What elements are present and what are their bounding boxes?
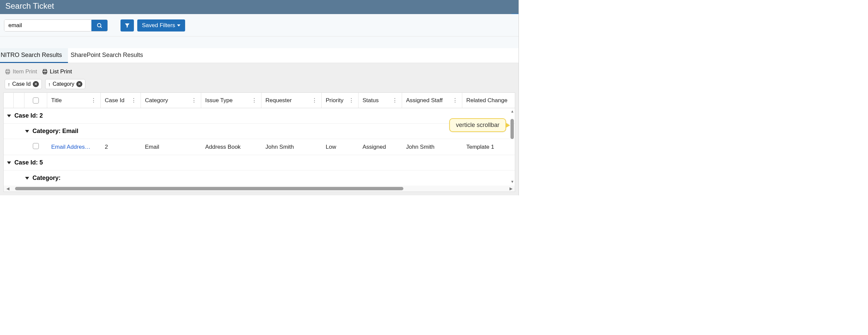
callout-annotation: verticle scrollbar <box>449 118 506 132</box>
col-label: Related Change <box>466 97 507 104</box>
group-row-caseid-5[interactable]: Case Id: 5 <box>4 155 515 170</box>
column-menu-icon[interactable]: ⋮ <box>191 97 197 104</box>
tabs: NITRO Search Results SharePoint Search R… <box>0 48 519 63</box>
saved-filters-label: Saved Filters <box>142 22 175 29</box>
filter-icon <box>124 23 130 28</box>
tab-sharepoint-results[interactable]: SharePoint Search Results <box>68 48 149 63</box>
column-menu-icon[interactable]: ⋮ <box>131 97 136 104</box>
group-label: Category: Email <box>32 128 78 135</box>
group-label: Category: <box>32 174 61 182</box>
col-label: Title <box>51 97 62 104</box>
callout-text: verticle scrollbar <box>456 121 499 128</box>
sort-chips: ↑ Case Id ✕ ↑ Category ✕ <box>3 78 515 92</box>
item-print-label: Item Print <box>13 68 37 75</box>
cell-caseid: 2 <box>101 144 141 150</box>
col-label: Category <box>145 97 168 104</box>
header-requester[interactable]: Requester ⋮ <box>261 93 322 108</box>
sort-chip-category[interactable]: ↑ Category ✕ <box>45 79 85 89</box>
group-row-category-empty[interactable]: Category: <box>4 170 515 186</box>
group-row-category-email[interactable]: Category: Email <box>4 123 515 139</box>
group-label: Case Id: 5 <box>14 159 43 166</box>
chip-label: Case Id <box>12 81 31 87</box>
row-checkbox[interactable] <box>33 143 39 149</box>
header-priority[interactable]: Priority ⋮ <box>322 93 359 108</box>
select-all-checkbox[interactable] <box>33 97 39 104</box>
remove-chip-button[interactable]: ✕ <box>33 81 39 87</box>
print-bar: Item Print List Print <box>3 66 515 78</box>
header-caseid[interactable]: Case Id ⋮ <box>101 93 141 108</box>
header-title[interactable]: Title ⋮ <box>47 93 101 108</box>
search-wrap <box>4 20 108 31</box>
collapse-icon[interactable] <box>25 177 29 179</box>
header-issuetype[interactable]: Issue Type ⋮ <box>201 93 261 108</box>
column-menu-icon[interactable]: ⋮ <box>91 97 96 104</box>
column-menu-icon[interactable]: ⋮ <box>392 97 398 104</box>
saved-filters-button[interactable]: Saved Filters <box>137 20 185 31</box>
scroll-down-icon[interactable]: ▼ <box>510 180 514 184</box>
header-checkbox <box>25 93 47 108</box>
remove-chip-button[interactable]: ✕ <box>76 81 82 87</box>
header-rowexpand <box>14 93 25 108</box>
table-row: Email Addres… 2 Email Address Book John … <box>4 139 515 155</box>
group-label: Case Id: 2 <box>14 112 43 119</box>
results-grid: Title ⋮ Case Id ⋮ Category ⋮ Issue Type … <box>3 92 515 192</box>
header-expand <box>4 93 14 108</box>
cell-issuetype: Address Book <box>201 144 261 150</box>
print-icon <box>42 69 48 75</box>
collapse-icon[interactable] <box>25 130 29 133</box>
group-row-caseid-2[interactable]: Case Id: 2 <box>4 108 515 123</box>
column-menu-icon[interactable]: ⋮ <box>452 97 458 104</box>
grid-header: Title ⋮ Case Id ⋮ Category ⋮ Issue Type … <box>4 93 515 108</box>
tab-nitro-results[interactable]: NITRO Search Results <box>0 48 68 63</box>
item-print-button: Item Print <box>5 68 37 75</box>
scroll-left-icon[interactable]: ◀ <box>5 186 10 191</box>
col-label: Status <box>363 97 379 104</box>
search-icon <box>96 23 102 28</box>
chevron-down-icon <box>177 24 180 26</box>
collapse-icon[interactable] <box>7 162 11 164</box>
tab-label: NITRO Search Results <box>1 52 62 58</box>
tab-label: SharePoint Search Results <box>71 52 143 58</box>
column-menu-icon[interactable]: ⋮ <box>251 97 257 104</box>
column-menu-icon[interactable]: ⋮ <box>312 97 317 104</box>
sort-asc-icon: ↑ <box>8 81 10 87</box>
cell-category: Email <box>141 144 201 150</box>
col-label: Issue Type <box>205 97 232 104</box>
scroll-thumb[interactable] <box>15 187 403 190</box>
page-title: Search Ticket <box>5 1 54 10</box>
column-menu-icon[interactable]: ⋮ <box>348 97 354 104</box>
sort-asc-icon: ↑ <box>48 81 51 87</box>
col-label: Case Id <box>105 97 125 104</box>
cell-status: Assigned <box>359 144 402 150</box>
cell-requester: John Smith <box>261 144 322 150</box>
list-print-button[interactable]: List Print <box>42 68 72 75</box>
scroll-right-icon[interactable]: ▶ <box>508 186 514 191</box>
search-input[interactable] <box>4 20 91 31</box>
search-button[interactable] <box>91 20 107 31</box>
svg-point-1 <box>97 24 101 27</box>
collapse-icon[interactable] <box>7 115 11 117</box>
horizontal-scrollbar[interactable]: ◀ ▶ <box>4 186 515 192</box>
cell-relatedchange: Template 1 <box>462 144 512 150</box>
col-label: Assigned Staff <box>406 97 442 104</box>
cell-priority: Low <box>322 144 359 150</box>
print-icon <box>5 69 11 75</box>
col-label: Requester <box>266 97 291 104</box>
cell-assignedstaff: John Smith <box>402 144 462 150</box>
header-status[interactable]: Status ⋮ <box>359 93 402 108</box>
cell-title[interactable]: Email Addres… <box>47 144 101 150</box>
header-assignedstaff[interactable]: Assigned Staff ⋮ <box>402 93 462 108</box>
list-print-label: List Print <box>50 68 72 75</box>
scroll-up-icon[interactable]: ▲ <box>510 110 514 113</box>
toolbar: Saved Filters <box>0 14 519 36</box>
header-relatedchange[interactable]: Related Change <box>462 93 512 108</box>
grid-area: Item Print List Print ↑ Case Id ✕ ↑ Cate… <box>0 63 519 195</box>
sort-chip-caseid[interactable]: ↑ Case Id ✕ <box>5 79 42 89</box>
vertical-scrollbar[interactable]: ▲ ▼ <box>510 110 514 184</box>
scroll-thumb[interactable] <box>510 119 514 139</box>
filter-button[interactable] <box>121 20 134 31</box>
chip-label: Category <box>53 81 74 87</box>
title-bar: Search Ticket <box>0 0 519 14</box>
svg-line-2 <box>100 26 102 28</box>
header-category[interactable]: Category ⋮ <box>141 93 201 108</box>
